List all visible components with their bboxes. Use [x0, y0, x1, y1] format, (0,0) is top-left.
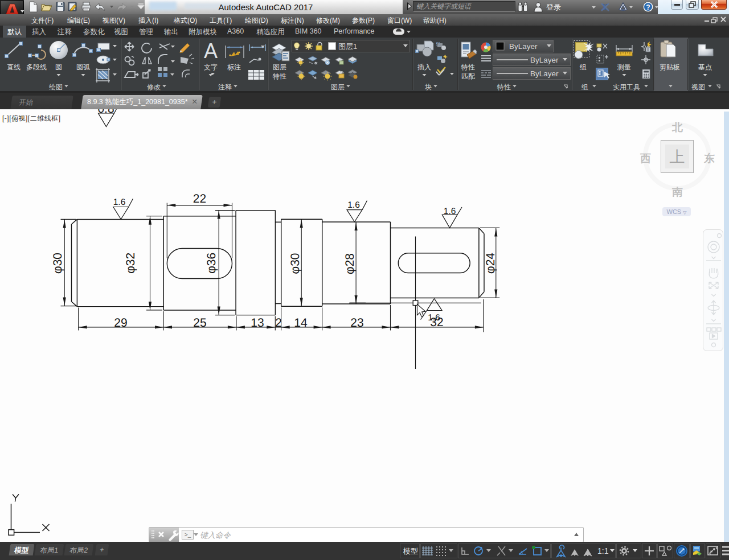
svg-text:图层: 图层 — [331, 83, 345, 91]
svg-text:修改: 修改 — [147, 83, 161, 91]
svg-text:1.6: 1.6 — [347, 200, 360, 210]
svg-text:组: 组 — [581, 83, 588, 91]
svg-text:1.6: 1.6 — [113, 197, 126, 207]
svg-text:22: 22 — [193, 192, 206, 205]
svg-text:图层1: 图层1 — [338, 42, 357, 51]
svg-text:25: 25 — [193, 316, 206, 330]
svg-text:特性: 特性 — [461, 63, 475, 71]
svg-text:0.8: 0.8 — [97, 109, 114, 116]
svg-text:文字: 文字 — [204, 63, 218, 71]
svg-text:匹配: 匹配 — [461, 72, 475, 80]
svg-text:登录: 登录 — [546, 3, 561, 11]
svg-text:A: A — [204, 39, 218, 63]
svg-text:14: 14 — [294, 316, 308, 330]
svg-text:测量: 测量 — [617, 63, 631, 71]
svg-text:组: 组 — [579, 63, 587, 71]
svg-text:圆弧: 圆弧 — [76, 63, 91, 71]
svg-text:φ24: φ24 — [484, 253, 497, 274]
svg-text:φ28: φ28 — [343, 253, 357, 274]
svg-text:实用工具: 实用工具 — [613, 83, 640, 91]
svg-text:?: ? — [646, 3, 650, 11]
svg-text:特性: 特性 — [497, 83, 511, 91]
svg-text:基点: 基点 — [698, 63, 712, 71]
svg-text:剪贴板: 剪贴板 — [660, 63, 680, 71]
svg-text:圆: 圆 — [55, 63, 62, 71]
svg-text:块: 块 — [424, 83, 432, 91]
svg-text:插入: 插入 — [417, 63, 431, 71]
svg-text:φ32: φ32 — [124, 253, 137, 274]
svg-text:29: 29 — [114, 316, 127, 330]
svg-text:图层: 图层 — [273, 63, 286, 71]
svg-text:ByLayer: ByLayer — [530, 69, 559, 78]
svg-text:ByLayer: ByLayer — [530, 56, 559, 64]
svg-text:直线: 直线 — [7, 63, 21, 71]
svg-text:φ30: φ30 — [51, 253, 64, 274]
svg-text:X: X — [600, 2, 608, 13]
svg-text:1.6: 1.6 — [428, 313, 440, 323]
svg-text:多段线: 多段线 — [26, 63, 47, 71]
svg-text:特性: 特性 — [272, 72, 286, 80]
svg-text:23: 23 — [350, 316, 363, 330]
svg-text:ByLayer: ByLayer — [509, 42, 538, 51]
svg-text:绘图: 绘图 — [49, 83, 63, 91]
svg-text:标注: 标注 — [227, 63, 241, 71]
svg-text:13: 13 — [251, 316, 264, 330]
svg-text:视图: 视图 — [691, 83, 705, 91]
svg-text:φ30: φ30 — [289, 253, 302, 274]
svg-text:1:1: 1:1 — [597, 546, 609, 555]
svg-text:模型: 模型 — [403, 547, 418, 555]
svg-text:2: 2 — [275, 316, 282, 330]
svg-text:φ36: φ36 — [205, 253, 218, 274]
svg-text:注释: 注释 — [218, 83, 232, 91]
